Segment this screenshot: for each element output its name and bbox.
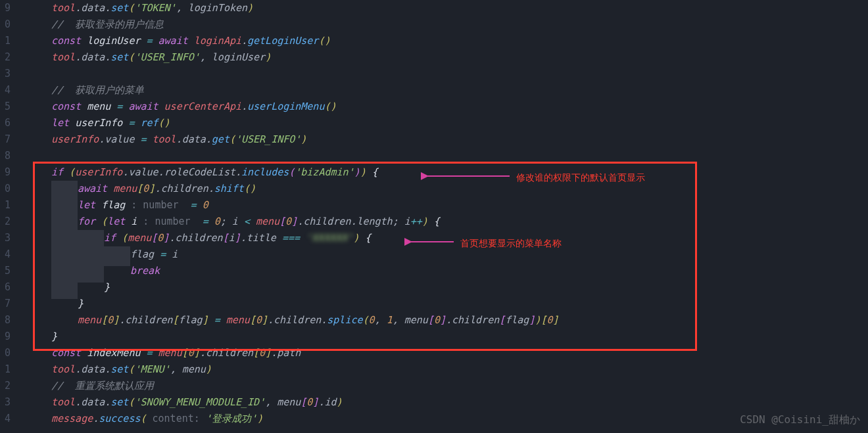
- code-line: // 获取用户的菜单: [51, 82, 868, 99]
- code-line: }: [51, 329, 868, 345]
- code-line: let flag : number = 0: [51, 197, 868, 214]
- code-line: [51, 66, 868, 82]
- code-line: for (let i : number = 0; i < menu[0].chi…: [51, 214, 868, 230]
- code-line: flag = i: [51, 246, 868, 263]
- code-area[interactable]: tool.data.set('TOKEN', loginToken) // 获取…: [33, 0, 868, 433]
- code-line: const indexMenu = menu[0].children[0].pa…: [51, 345, 868, 361]
- code-line: tool.data.set('TOKEN', loginToken): [51, 0, 868, 16]
- watermark: CSDN @Coisini_甜柚か: [740, 411, 860, 428]
- code-line: let userInfo = ref(): [51, 115, 868, 131]
- code-line: [51, 148, 868, 164]
- code-line: tool.data.set('MENU', menu): [51, 361, 868, 378]
- code-line: break: [51, 263, 868, 279]
- code-line: tool.data.set('SNOWY_MENU_MODULE_ID', me…: [51, 394, 868, 411]
- code-line: }: [51, 279, 868, 296]
- annotation-text: 首页想要显示的菜单名称: [460, 235, 562, 252]
- code-line: // 获取登录的用户信息: [51, 16, 868, 33]
- code-line: if (userInfo.value.roleCodeList.includes…: [51, 164, 868, 181]
- code-line: if (menu[0].children[i].title === 'XXXXX…: [51, 230, 868, 246]
- code-line: tool.data.set('USER_INFO', loginUser): [51, 49, 868, 66]
- code-editor[interactable]: 9 0 1 2 3 4 5 6 7 8 9 0 1 2 3 4 5 6 7 8 …: [0, 0, 868, 433]
- fold-column: [13, 0, 33, 433]
- code-line: userInfo.value = tool.data.get('USER_INF…: [51, 131, 868, 148]
- code-line: const menu = await userCenterApi.userLog…: [51, 99, 868, 115]
- code-line: // 重置系统默认应用: [51, 378, 868, 394]
- line-number-gutter: 9 0 1 2 3 4 5 6 7 8 9 0 1 2 3 4 5 6 7 8 …: [0, 0, 13, 433]
- code-line: menu[0].children[flag] = menu[0].childre…: [51, 312, 868, 329]
- code-line: const loginUser = await loginApi.getLogi…: [51, 33, 868, 49]
- annotation-text: 修改谁的权限下的默认首页显示: [516, 170, 645, 186]
- code-line: }: [51, 296, 868, 312]
- code-line: await menu[0].children.shift(): [51, 181, 868, 197]
